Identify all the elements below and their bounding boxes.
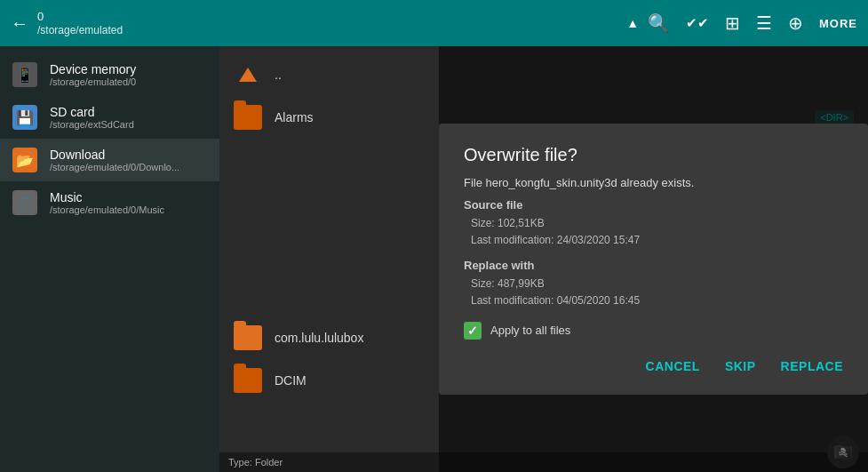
back-button[interactable]: ← [11,13,28,34]
checkmark-icon[interactable]: ✔✔ [686,15,709,31]
sidebar-text-device-memory: Device memory /storage/emulated/0 [50,62,136,87]
apply-all-row: Apply to all files [464,322,843,340]
replace-section: Replace with Size: 487,99KB Last modific… [464,259,843,309]
music-icon: 🎵 [12,190,37,215]
grid-view-icon[interactable]: ⊞ [725,12,740,34]
overwrite-dialog: Overwrite file? File hero_kongfu_skin.un… [439,124,868,395]
sidebar-text-music: Music /storage/emulated/0/Music [50,190,164,215]
sd-card-icon: 💾 [12,105,37,130]
toolbar-icons: 🔍 ✔✔ ⊞ ☰ ⊕ MORE [648,12,857,34]
sidebar-path-music: /storage/emulated/0/Music [50,204,164,215]
download-icon: 📂 [12,148,37,172]
source-size: Size: 102,51KB [471,215,843,232]
replace-size: Size: 487,99KB [471,276,843,292]
file-name-up: .. [275,68,282,82]
main-layout: 📱 Device memory /storage/emulated/0 💾 SD… [0,46,868,472]
replace-modified: Last modification: 04/05/2020 16:45 [471,292,843,309]
source-modified: Last modification: 24/03/2020 15:47 [471,232,843,249]
replace-button[interactable]: REPLACE [781,356,843,377]
source-label: Source file [464,198,843,212]
dialog-filename: File hero_kongfu_skin.unity3d already ex… [464,176,843,189]
sidebar-item-download[interactable]: 📂 Download /storage/emulated/0/Downlo... [0,139,219,181]
sort-icon[interactable]: ☰ [756,12,772,34]
sidebar: 📱 Device memory /storage/emulated/0 💾 SD… [0,46,219,472]
sidebar-path-sd-card: /storage/extSdCard [50,119,134,130]
sidebar-label-device-memory: Device memory [50,62,136,76]
sidebar-label-music: Music [50,190,164,204]
content-area: .. Alarms <DIR> com.lulu.lulubox <DIR> D… [219,46,868,472]
signal-icon: ▲ [626,16,639,30]
sidebar-path-download: /storage/emulated/0/Downlo... [50,162,179,172]
top-bar: ← 0 /storage/emulated ▲ 🔍 ✔✔ ⊞ ☰ ⊕ MORE [0,0,868,46]
folder-icon-alarms [234,105,262,130]
file-name-com-lulu: com.lulu.lulubox [275,331,363,345]
folder-icon-dcim [234,368,262,393]
phone-icon: 📱 [12,62,37,87]
file-name-dcim: DCIM [275,373,307,388]
search-icon[interactable]: 🔍 [648,12,670,34]
sidebar-item-music[interactable]: 🎵 Music /storage/emulated/0/Music [0,181,219,224]
sidebar-path-device-memory: /storage/emulated/0 [50,76,136,87]
sidebar-item-sd-card[interactable]: 💾 SD card /storage/extSdCard [0,96,219,139]
selected-count: 0 [37,10,617,24]
apply-all-checkbox[interactable] [464,322,482,340]
replace-label: Replace with [464,259,843,272]
current-path: /storage/emulated [37,24,617,36]
dialog-title: Overwrite file? [464,145,843,165]
skip-button[interactable]: SKIP [725,356,756,377]
folder-icon-com-lulu [234,325,262,350]
more-button[interactable]: MORE [819,17,857,30]
status-type: Type: Folder [228,457,283,468]
top-bar-info: 0 /storage/emulated [37,10,617,36]
sidebar-text-download: Download /storage/emulated/0/Downlo... [50,148,179,172]
cancel-button[interactable]: CANCEL [646,356,700,377]
file-name-alarms: Alarms [275,110,314,124]
sidebar-text-sd-card: SD card /storage/extSdCard [50,105,134,130]
sidebar-label-download: Download [50,148,179,162]
sidebar-label-sd-card: SD card [50,105,134,119]
sidebar-item-device-memory[interactable]: 📱 Device memory /storage/emulated/0 [0,53,219,96]
dialog-actions: CANCEL SKIP REPLACE [464,356,843,377]
add-icon[interactable]: ⊕ [788,12,803,34]
dialog-overlay: Overwrite file? File hero_kongfu_skin.un… [439,46,868,472]
up-arrow-icon [234,62,262,87]
apply-all-label: Apply to all files [490,324,570,337]
